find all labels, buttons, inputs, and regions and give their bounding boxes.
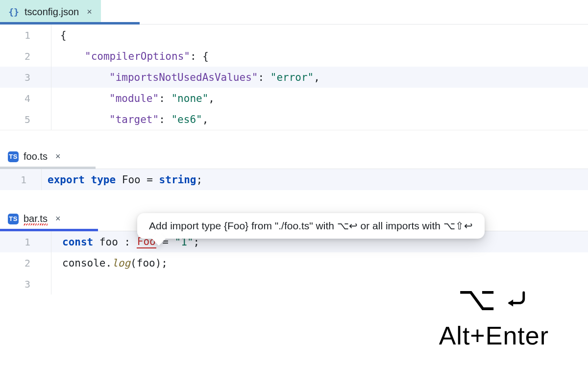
tooltip-text: or all imports with xyxy=(358,220,443,231)
gutter-num: 1 xyxy=(0,24,51,46)
ts-file-icon: TS xyxy=(8,214,19,224)
tab-label: foo.ts xyxy=(24,151,48,162)
quickfix-tooltip[interactable]: Add import type {Foo} from "./foo.ts" wi… xyxy=(137,213,485,239)
gutter-num: 2 xyxy=(0,46,51,67)
tabbar-tsconfig: {} tsconfig.json × xyxy=(0,0,588,24)
gutter-num: 2 xyxy=(0,252,51,273)
gutter-foo: 1 xyxy=(0,169,42,190)
gutter-num: 4 xyxy=(0,88,51,109)
shortcut-alt-enter-icon: ⌥↩ xyxy=(337,220,358,231)
shortcut-alt-shift-enter-icon: ⌥⇧↩ xyxy=(443,220,473,231)
gutter-tsconfig: 1 2 3 4 5 xyxy=(0,24,51,130)
code-lines[interactable]: { "compilerOptions": { "importsNotUsedAs… xyxy=(51,24,588,130)
code-lines[interactable]: export type Foo = string; xyxy=(42,169,588,190)
code-line[interactable]: { xyxy=(60,24,588,46)
gutter-num: 3 xyxy=(0,67,51,88)
code-line[interactable]: "target": "es6", xyxy=(60,109,588,130)
editor-pane-foo: TS foo.ts × 1 export type Foo = string; xyxy=(0,145,588,190)
gutter-num: 1 xyxy=(0,169,41,190)
gutter-bar: 1 2 3 xyxy=(0,231,51,294)
tab-label: bar.ts xyxy=(24,213,48,224)
code-lines[interactable]: const foo : Foo = "1"; console.log(foo); xyxy=(51,231,588,294)
pane-divider xyxy=(0,190,588,207)
gutter-num: 3 xyxy=(0,273,51,294)
close-icon[interactable]: × xyxy=(55,151,61,162)
close-icon[interactable]: × xyxy=(87,7,92,17)
code-area-tsconfig[interactable]: 1 2 3 4 5 { "compilerOptions": { "import… xyxy=(0,24,588,130)
gutter-num: 1 xyxy=(0,231,51,252)
editor-pane-tsconfig: {} tsconfig.json × 1 2 3 4 5 { "compiler… xyxy=(0,0,588,130)
close-icon[interactable]: × xyxy=(55,214,61,224)
json-file-icon: {} xyxy=(8,6,20,18)
ts-file-icon: TS xyxy=(8,151,19,162)
code-line[interactable]: "compilerOptions": { xyxy=(60,46,588,67)
tab-foo[interactable]: TS foo.ts × xyxy=(0,145,69,169)
tooltip-text: Add import type {Foo} from "./foo.ts" wi… xyxy=(149,220,337,231)
code-line[interactable]: export type Foo = string; xyxy=(48,169,588,190)
tab-tsconfig[interactable]: {} tsconfig.json × xyxy=(0,0,101,24)
pane-divider xyxy=(0,130,588,145)
code-line[interactable]: console.log(foo); xyxy=(62,252,588,273)
code-line[interactable]: "importsNotUsedAsValues": "error", xyxy=(60,67,588,88)
keyboard-hint-label: Alt+Enter xyxy=(439,321,549,350)
tabbar-foo: TS foo.ts × xyxy=(0,145,588,169)
tab-bar[interactable]: TS bar.ts × xyxy=(0,207,69,231)
code-line[interactable] xyxy=(62,273,588,294)
code-area-foo[interactable]: 1 export type Foo = string; xyxy=(0,169,588,190)
tab-label: tsconfig.json xyxy=(24,6,79,18)
code-line[interactable]: "module": "none", xyxy=(60,88,588,109)
code-area-bar[interactable]: 1 2 3 const foo : Foo = "1"; console.log… xyxy=(0,231,588,294)
gutter-num: 5 xyxy=(0,109,51,130)
